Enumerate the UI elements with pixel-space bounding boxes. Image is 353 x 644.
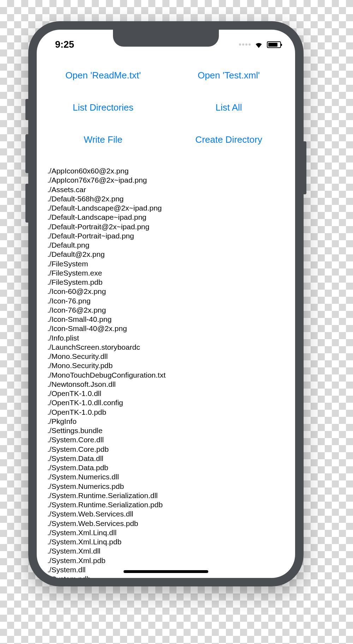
file-item: ./System.Numerics.dll (47, 472, 285, 481)
file-item: ./System.Data.dll (47, 454, 285, 463)
battery-icon (267, 41, 281, 48)
file-item: ./System.Runtime.Serialization.pdb (47, 500, 285, 509)
file-item: ./OpenTK-1.0.dll.config (47, 398, 285, 407)
create-directory-button[interactable]: Create Directory (169, 131, 288, 149)
wifi-icon (254, 41, 263, 48)
file-item: ./Settings.bundle (47, 426, 285, 435)
file-item: ./Mono.Security.pdb (47, 361, 285, 370)
file-item: ./System.Core.pdb (47, 445, 285, 454)
file-item: ./Newtonsoft.Json.dll (47, 380, 285, 389)
open-readme-button[interactable]: Open 'ReadMe.txt' (44, 66, 162, 84)
volume-down-button (25, 184, 28, 223)
file-item: ./System.pdb (47, 574, 285, 578)
write-file-button[interactable]: Write File (44, 131, 162, 149)
phone-notch (113, 30, 219, 47)
app-content: Open 'ReadMe.txt' Open 'Test.xml' List D… (37, 52, 295, 578)
list-directories-button[interactable]: List Directories (44, 99, 162, 117)
file-item: ./OpenTK-1.0.pdb (47, 408, 285, 417)
file-item: ./LaunchScreen.storyboardc (47, 343, 285, 352)
phone-screen: 9:25 Open 'ReadMe.txt' Open 'Test.xml' L… (37, 30, 295, 578)
list-all-button[interactable]: List All (169, 99, 288, 117)
status-icons (239, 41, 281, 48)
file-item: ./System.Xml.Linq.dll (47, 528, 285, 537)
file-item: ./System.Data.pdb (47, 463, 285, 472)
open-test-button[interactable]: Open 'Test.xml' (169, 66, 288, 84)
file-item: ./Mono.Security.dll (47, 352, 285, 361)
file-item: ./MonoTouchDebugConfiguration.txt (47, 371, 285, 380)
file-item: ./Icon-76.png (47, 296, 285, 306)
file-item: ./System.Xml.Linq.pdb (47, 537, 285, 546)
file-item: ./Default@2x.png (47, 250, 285, 259)
file-item: ./Icon-Small-40@2x.png (47, 324, 285, 333)
file-item: ./AppIcon76x76@2x~ipad.png (47, 176, 285, 185)
button-grid: Open 'ReadMe.txt' Open 'Test.xml' List D… (44, 66, 288, 149)
file-item: ./Default-Portrait~ipad.png (47, 231, 285, 241)
cellular-icon (239, 43, 251, 46)
file-item: ./System.Numerics.pdb (47, 482, 285, 491)
file-item: ./Default-Portrait@2x~ipad.png (47, 222, 285, 231)
file-item: ./Icon-Small-40.png (47, 315, 285, 324)
file-item: ./FileSystem (47, 259, 285, 268)
power-button (304, 141, 306, 194)
file-list[interactable]: ./AppIcon60x60@2x.png./AppIcon76x76@2x~i… (44, 166, 288, 578)
file-item: ./AppIcon60x60@2x.png (47, 166, 285, 176)
file-item: ./Default-Landscape@2x~ipad.png (47, 203, 285, 213)
file-item: ./Default-568h@2x.png (47, 194, 285, 203)
file-item: ./Icon-60@2x.png (47, 287, 285, 296)
mute-switch (25, 99, 28, 120)
volume-up-button (25, 134, 28, 173)
status-time: 9:25 (55, 39, 74, 50)
file-item: ./System.Xml.dll (47, 546, 285, 556)
file-item: ./System.Xml.pdb (47, 556, 285, 565)
home-indicator[interactable] (124, 570, 208, 573)
phone-frame: 9:25 Open 'ReadMe.txt' Open 'Test.xml' L… (28, 21, 304, 586)
file-item: ./Assets.car (47, 185, 285, 194)
file-item: ./System.Web.Services.dll (47, 509, 285, 519)
file-item: ./FileSystem.pdb (47, 278, 285, 287)
file-item: ./Default-Landscape~ipad.png (47, 213, 285, 222)
file-item: ./System.Core.dll (47, 435, 285, 444)
file-item: ./Info.plist (47, 333, 285, 343)
file-item: ./PkgInfo (47, 417, 285, 426)
file-item: ./System.dll (47, 565, 285, 574)
file-item: ./Default.png (47, 241, 285, 250)
file-item: ./FileSystem.exe (47, 268, 285, 278)
file-item: ./OpenTK-1.0.dll (47, 389, 285, 398)
file-item: ./Icon-76@2x.png (47, 306, 285, 315)
file-item: ./System.Runtime.Serialization.dll (47, 491, 285, 500)
file-item: ./System.Web.Services.pdb (47, 519, 285, 528)
